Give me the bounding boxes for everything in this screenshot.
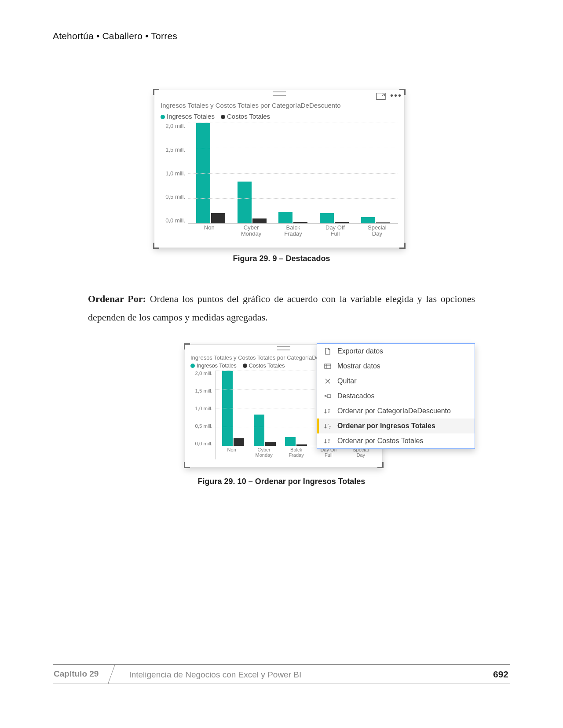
powerbi-visual-fig1: ••• Ingresos Totales y Costos Totales po… bbox=[154, 90, 405, 248]
chart-plot-area: NonCyber MondayBalck FradayDay Off FullS… bbox=[188, 123, 398, 239]
svg-rect-3 bbox=[327, 395, 331, 397]
x-tick-label: Cyber Monday bbox=[248, 446, 280, 459]
legend-item: Ingresos Totales bbox=[190, 363, 237, 369]
bar bbox=[254, 415, 264, 446]
x-tick-label: Balck Fraday bbox=[280, 446, 312, 459]
legend-marker-icon bbox=[243, 364, 247, 368]
legend-item: Costos Totales bbox=[243, 363, 285, 369]
page-footer: Capítulo 29 Inteligencia de Negocios con… bbox=[53, 664, 510, 684]
bar bbox=[285, 437, 296, 446]
book-title: Inteligencia de Negocios con Excel y Pow… bbox=[109, 665, 493, 684]
visual-context-menu: Exportar datos Mostrar datos Quitar Dest… bbox=[317, 343, 475, 449]
menu-sort-ingresos[interactable]: Ordenar por Ingresos Totales bbox=[317, 419, 475, 433]
chart-legend: Ingresos Totales Costos Totales bbox=[154, 112, 404, 123]
paragraph-label: Ordenar Por: bbox=[88, 293, 146, 304]
focus-mode-icon[interactable] bbox=[376, 92, 386, 102]
spotlight-icon bbox=[323, 392, 332, 400]
bar bbox=[238, 182, 252, 223]
figure-caption: Figura 29. 10 – Ordenar por Ingresos Tot… bbox=[53, 477, 510, 486]
more-options-icon[interactable]: ••• bbox=[390, 93, 400, 101]
legend-item: Ingresos Totales bbox=[161, 113, 215, 120]
x-tick-label: Non bbox=[188, 224, 230, 239]
bar bbox=[278, 212, 292, 223]
drag-grip-icon[interactable] bbox=[277, 346, 290, 350]
x-tick-label: Special Day bbox=[356, 224, 398, 239]
x-tick-label: Non bbox=[216, 446, 248, 459]
running-header: Atehortúa • Caballero • Torres bbox=[53, 31, 510, 41]
x-tick-label: Cyber Monday bbox=[230, 224, 272, 239]
bar bbox=[376, 222, 390, 223]
table-icon bbox=[323, 362, 332, 370]
x-tick-label: Balck Fraday bbox=[272, 224, 314, 239]
bar bbox=[211, 213, 225, 223]
selection-corner-icon bbox=[377, 462, 384, 468]
menu-export-data[interactable]: Exportar datos bbox=[317, 344, 475, 359]
bar bbox=[335, 222, 349, 223]
x-axis: NonCyber MondayBalck FradayDay Off FullS… bbox=[188, 224, 398, 239]
menu-sort-costos[interactable]: Ordenar por Costos Totales bbox=[317, 433, 475, 448]
close-icon bbox=[323, 377, 332, 385]
page-number: 692 bbox=[493, 665, 510, 684]
selection-corner-icon bbox=[399, 243, 406, 249]
selection-corner-icon bbox=[153, 243, 159, 249]
bar bbox=[252, 218, 267, 223]
figure-caption: Figura 29. 9 – Destacados bbox=[53, 254, 510, 263]
bar bbox=[296, 444, 307, 446]
bar bbox=[361, 217, 375, 223]
menu-sort-categoria[interactable]: Ordenar por CategoríaDeDescuento bbox=[317, 404, 475, 419]
menu-show-data[interactable]: Mostrar datos bbox=[317, 359, 475, 374]
x-tick-label: Day Off Full bbox=[314, 224, 356, 239]
selection-corner-icon bbox=[184, 343, 190, 349]
export-icon bbox=[323, 347, 332, 355]
menu-remove[interactable]: Quitar bbox=[317, 374, 475, 389]
sort-icon bbox=[323, 437, 332, 445]
legend-marker-icon bbox=[161, 115, 165, 119]
chapter-label: Capítulo 29 bbox=[53, 665, 109, 684]
bar bbox=[293, 222, 307, 223]
bar bbox=[320, 213, 334, 223]
body-paragraph: Ordenar Por: Ordena los puntos del gráfi… bbox=[53, 290, 510, 327]
selection-corner-icon bbox=[184, 462, 190, 468]
svg-rect-2 bbox=[325, 364, 331, 368]
drag-grip-icon[interactable] bbox=[273, 91, 286, 96]
sort-icon bbox=[323, 407, 332, 415]
bar bbox=[265, 442, 276, 446]
y-axis: 2,0 mill. 1,5 mill. 1,0 mill. 0,5 mill. … bbox=[190, 371, 212, 459]
legend-marker-icon bbox=[221, 115, 225, 119]
bar bbox=[234, 438, 244, 446]
y-axis: 2,0 mill. 1,5 mill. 1,0 mill. 0,5 mill. … bbox=[161, 123, 185, 239]
menu-spotlight[interactable]: Destacados bbox=[317, 389, 475, 404]
selection-corner-icon bbox=[153, 89, 159, 95]
sort-desc-icon bbox=[323, 422, 332, 430]
legend-item: Costos Totales bbox=[221, 113, 270, 120]
legend-marker-icon bbox=[190, 364, 195, 368]
